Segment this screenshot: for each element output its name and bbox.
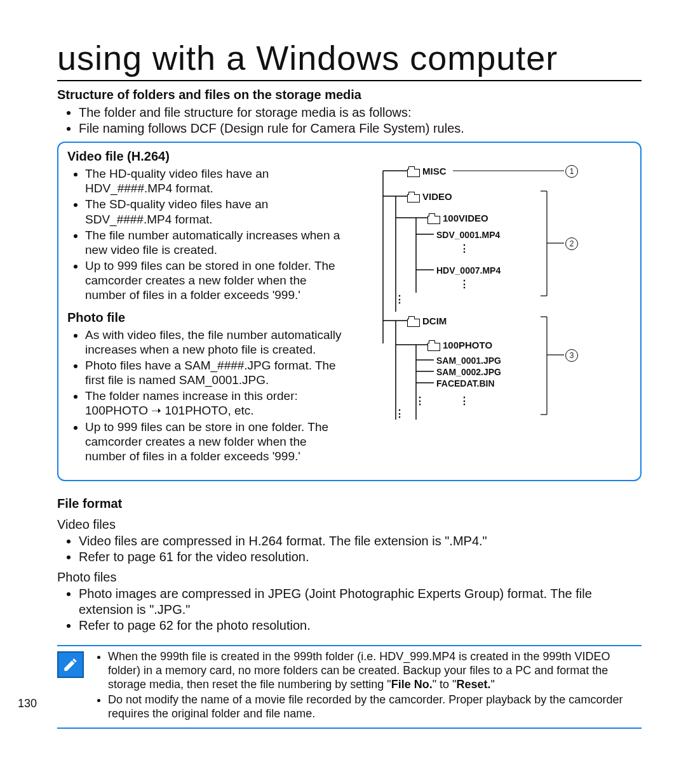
list-item: Do not modify the name of a movie file r… bbox=[108, 693, 642, 721]
list-item: Refer to page 61 for the video resolutio… bbox=[79, 549, 642, 565]
tree-label-100photo: 100PHOTO bbox=[443, 340, 492, 350]
list-item: The folder names increase in this order:… bbox=[85, 389, 350, 418]
tree-file-sam1: SAM_0001.JPG bbox=[436, 355, 501, 366]
note-bold: File No. bbox=[391, 678, 433, 691]
photo-bullet-list: As with video files, the file number aut… bbox=[67, 328, 350, 464]
tree-label-video: VIDEO bbox=[422, 191, 452, 202]
list-item: The folder and file structure for storag… bbox=[79, 105, 642, 121]
tree-label-dcim: DCIM bbox=[422, 316, 447, 326]
list-item: The SD-quality video files have an SDV_#… bbox=[85, 197, 350, 226]
video-bullet-list: The HD-quality video files have an HDV_#… bbox=[67, 166, 350, 303]
document-page: using with a Windows computer Structure … bbox=[0, 0, 686, 784]
note-icon bbox=[57, 651, 84, 678]
note-text: " to " bbox=[433, 678, 457, 691]
folder-icon bbox=[407, 192, 419, 201]
tree-label-100video: 100VIDEO bbox=[443, 213, 488, 223]
vertical-dots-icon: ⋮ bbox=[459, 282, 471, 286]
folder-icon bbox=[427, 341, 439, 350]
note-bold: Reset. bbox=[456, 678, 490, 691]
list-item: As with video files, the file number aut… bbox=[85, 328, 350, 357]
video-heading: Video file (H.264) bbox=[67, 149, 350, 164]
photo-files-subheading: Photo files bbox=[57, 570, 642, 585]
list-item: File naming follows DCF (Design rule for… bbox=[79, 121, 642, 136]
vertical-dots-icon: ⋮ bbox=[459, 247, 471, 251]
note-text: When the 999th file is created in the 99… bbox=[108, 650, 610, 691]
file-format-heading: File format bbox=[57, 496, 642, 511]
list-item: Photo images are compressed in JPEG (Joi… bbox=[79, 586, 642, 618]
page-number: 130 bbox=[18, 697, 37, 710]
list-item: Video files are compressed in H.264 form… bbox=[79, 533, 642, 549]
tree-file-hdv: HDV_0007.MP4 bbox=[436, 265, 501, 276]
list-item: Up to 999 files can be store in one fold… bbox=[85, 420, 350, 464]
highlight-box: Video file (H.264) The HD-quality video … bbox=[57, 142, 642, 481]
callout-circle-1: 1 bbox=[565, 165, 578, 178]
list-item: The file number automatically increases … bbox=[85, 228, 350, 257]
list-item: Up to 999 files can be stored in one fol… bbox=[85, 258, 350, 303]
section-heading-structure: Structure of folders and files on the st… bbox=[57, 88, 642, 102]
callout-circle-2: 2 bbox=[565, 237, 578, 250]
folder-icon bbox=[427, 214, 439, 223]
vertical-dots-icon: ⋮ bbox=[394, 298, 406, 302]
tree-file-sdv: SDV_0001.MP4 bbox=[436, 230, 500, 240]
list-item: The HD-quality video files have an HDV_#… bbox=[85, 166, 350, 196]
list-item: When the 999th file is created in the 99… bbox=[108, 650, 642, 692]
callout-circle-3: 3 bbox=[565, 349, 578, 362]
vertical-dots-icon: ⋮ bbox=[394, 412, 406, 416]
vertical-dots-icon: ⋮ bbox=[459, 399, 471, 403]
vertical-dots-icon: ⋮ bbox=[415, 399, 426, 403]
photo-heading: Photo file bbox=[67, 310, 350, 325]
folder-icon bbox=[407, 317, 419, 326]
note-block: When the 999th file is created in the 99… bbox=[57, 645, 642, 729]
video-files-list: Video files are compressed in H.264 form… bbox=[57, 533, 642, 565]
tree-file-sam2: SAM_0002.JPG bbox=[436, 367, 501, 377]
list-item: Refer to page 62 for the photo resolutio… bbox=[79, 618, 642, 634]
structure-bullet-list: The folder and file structure for storag… bbox=[57, 105, 642, 136]
list-item: Photo files have a SAM_####.JPG format. … bbox=[85, 358, 350, 387]
tree-file-facedat: FACEDAT.BIN bbox=[436, 378, 495, 389]
folder-icon bbox=[407, 167, 419, 176]
note-list: When the 999th file is created in the 99… bbox=[94, 650, 642, 722]
note-text: " bbox=[490, 678, 494, 691]
folder-tree-diagram: MISC VIDEO 100VIDEO SDV_0001.MP4 ⋮ HDV_0… bbox=[359, 149, 631, 471]
tree-label-misc: MISC bbox=[422, 166, 447, 176]
page-title: using with a Windows computer bbox=[57, 38, 642, 81]
photo-files-list: Photo images are compressed in JPEG (Joi… bbox=[57, 586, 642, 634]
video-files-subheading: Video files bbox=[57, 517, 642, 532]
